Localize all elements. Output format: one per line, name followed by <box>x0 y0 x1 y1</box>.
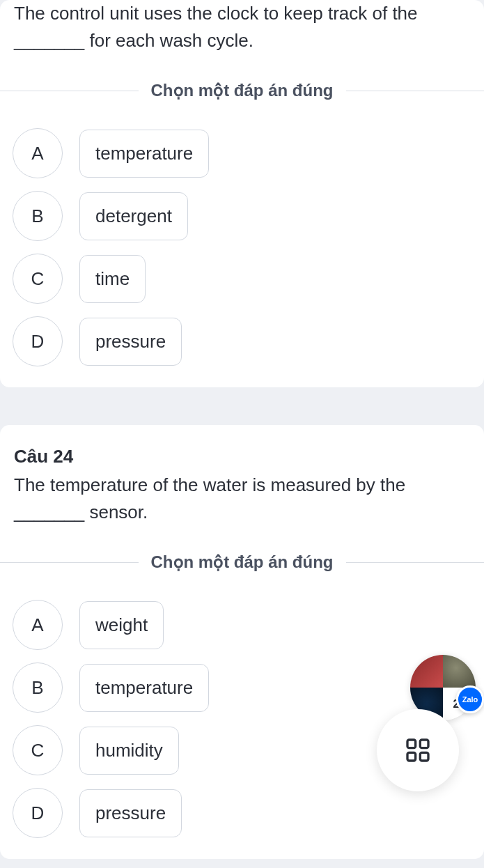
question-text: The temperature of the water is measured… <box>14 472 470 526</box>
option-b[interactable]: B detergent <box>13 191 471 241</box>
option-text: pressure <box>79 318 182 366</box>
svg-rect-2 <box>407 752 416 761</box>
option-letter: A <box>13 600 63 650</box>
zalo-label: Zalo <box>462 695 478 704</box>
option-text: detergent <box>79 192 188 240</box>
option-a[interactable]: A weight <box>13 600 471 650</box>
option-letter: B <box>13 662 63 713</box>
svg-rect-1 <box>420 740 428 748</box>
option-c[interactable]: C time <box>13 254 471 304</box>
choose-one-divider: Chọn một đáp án đúng <box>0 81 484 100</box>
svg-rect-0 <box>407 740 416 748</box>
option-letter: D <box>13 316 63 366</box>
question-header: The control unit uses the clock to keep … <box>0 0 484 68</box>
option-a[interactable]: A temperature <box>13 128 471 178</box>
option-text: time <box>79 255 146 303</box>
question-header: Câu 24 The temperature of the water is m… <box>0 425 484 540</box>
divider-line <box>346 91 485 91</box>
option-letter: D <box>13 788 63 838</box>
svg-rect-3 <box>420 752 428 761</box>
question-number: Câu 24 <box>14 446 470 467</box>
divider-line <box>346 562 485 563</box>
option-letter: A <box>13 128 63 178</box>
option-d[interactable]: D pressure <box>13 316 471 366</box>
grid-icon <box>404 736 432 764</box>
question-text: The control unit uses the clock to keep … <box>14 0 470 54</box>
choose-one-label: Chọn một đáp án đúng <box>139 552 346 572</box>
option-letter: C <box>13 254 63 304</box>
question-card: Câu 24 The temperature of the water is m… <box>0 425 484 859</box>
divider-line <box>0 562 139 563</box>
option-letter: B <box>13 191 63 241</box>
option-text: temperature <box>79 664 209 712</box>
option-text: temperature <box>79 130 209 178</box>
option-d[interactable]: D pressure <box>13 788 471 838</box>
option-text: pressure <box>79 789 182 837</box>
grid-menu-button[interactable] <box>377 709 459 791</box>
question-card: The control unit uses the clock to keep … <box>0 0 484 387</box>
option-text: humidity <box>79 727 179 775</box>
option-b[interactable]: B temperature <box>13 662 471 713</box>
divider-line <box>0 91 139 91</box>
choose-one-divider: Chọn một đáp án đúng <box>0 552 484 572</box>
zalo-badge[interactable]: Zalo <box>456 685 484 713</box>
options-list: A temperature B detergent C time D press… <box>0 128 484 366</box>
option-letter: C <box>13 725 63 775</box>
choose-one-label: Chọn một đáp án đúng <box>139 81 346 100</box>
option-text: weight <box>79 601 164 649</box>
